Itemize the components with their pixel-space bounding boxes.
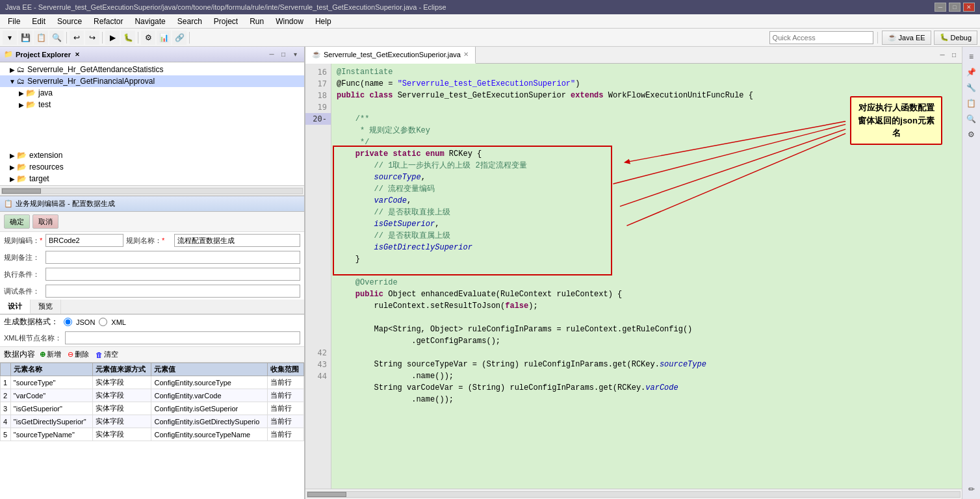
debug-cond-input[interactable] [45,285,300,298]
cell-name: "varCode" [10,389,93,402]
editor-scrollbar-track[interactable] [307,491,961,498]
delete-row-button[interactable]: ⊖ 删除 [66,349,91,360]
menu-run[interactable]: Run [244,16,269,27]
data-table: 元素名称 元素值来源方式 元素值 收集范围 1 "sourceType" 实体字… [0,363,304,441]
right-tool-3[interactable]: 🔧 [964,81,979,95]
tree-item-extension[interactable]: ▶ 📂 extension [0,149,304,161]
toolbar-separator-3 [138,32,138,44]
tree-item-java[interactable]: ▶ 📂 java [0,87,304,99]
table-row[interactable]: 2 "varCode" 实体字段 ConfigEntity.varCode 当前… [1,389,304,402]
line-17: 17 [305,78,331,90]
editor-tab-bar: ☕ Serverrule_test_GetExecutionSuperior.j… [305,47,962,64]
line-43: 43 [305,359,331,370]
menu-navigate[interactable]: Navigate [129,16,170,27]
toolbar-btn-8[interactable]: 📊 [157,31,171,45]
menu-refactor[interactable]: Refactor [88,16,128,27]
rule-comment-input[interactable] [45,251,300,264]
delete-label: 删除 [75,350,89,359]
right-tool-6[interactable]: ⚙ [964,127,979,142]
line-blank19 [305,335,331,347]
menu-search[interactable]: Search [172,16,207,27]
line-blank9 [305,218,331,230]
col-source-type: 元素值来源方式 [93,363,151,376]
editor-tab-java[interactable]: ☕ Serverrule_test_GetExecutionSuperior.j… [305,47,476,64]
toolbar-btn-9[interactable]: 🔗 [172,31,187,45]
cancel-button[interactable]: 取消 [32,214,58,229]
table-row[interactable]: 4 "isGetDirectlySuperior" 实体字段 ConfigEnt… [1,415,304,428]
xml-root-row: XML根节点名称： [0,329,304,346]
toolbar-btn-6[interactable]: ↪ [85,31,99,45]
confirm-button[interactable]: 确定 [4,214,30,229]
panel-close-btn[interactable]: ▾ [290,49,300,60]
right-tool-4[interactable]: 📋 [964,96,979,110]
main-layout: 📁 Project Explorer ✕ ─ □ ▾ ▶ 🗂 Serverrul… [0,47,980,499]
xml-root-input[interactable] [65,331,300,344]
menu-edit[interactable]: Edit [27,16,51,27]
table-row[interactable]: 5 "sourceTypeName" 实体字段 ConfigEntity.sou… [1,428,304,441]
tab-design[interactable]: 设计 [0,300,31,314]
menu-file[interactable]: File [3,16,25,27]
tree-item-resources[interactable]: ▶ 📂 resources [0,161,304,173]
editor-maximize-btn[interactable]: □ [949,50,959,60]
toolbar-btn-1[interactable]: ▾ [3,31,17,45]
minimize-button[interactable]: ─ [935,3,946,12]
toolbar-btn-4[interactable]: 🔍 [49,31,64,45]
editor-minimize-btn[interactable]: ─ [937,50,948,60]
panel-maximize-btn[interactable]: □ [278,49,289,60]
scrollbar-thumb[interactable] [2,188,41,194]
add-row-button[interactable]: ⊕ 新增 [38,349,63,360]
close-button[interactable]: ✕ [963,3,975,12]
project-explorer-scrollbar[interactable] [0,185,304,196]
right-tool-bottom[interactable]: ✏ [964,482,979,496]
exec-cond-input[interactable] [45,268,300,281]
quick-access-input[interactable] [769,31,873,44]
right-tool-1[interactable]: ≡ [964,49,979,64]
close-icon: ✕ [75,51,80,58]
menu-help[interactable]: Help [310,16,337,27]
cell-value: ConfigEntity.sourceType [151,376,268,389]
table-row[interactable]: 3 "isGetSuperior" 实体字段 ConfigEntity.isGe… [1,402,304,415]
tree-item-test[interactable]: ▶ 📂 test [0,99,304,110]
code-editor[interactable]: 16 17 18 19 20- [305,64,962,489]
json-radio[interactable] [64,318,72,326]
annotation-line1: 对应执行人函数配置 [858,103,935,112]
panel-minimize-btn[interactable]: ─ [266,49,277,60]
toolbar-btn-run[interactable]: ▶ [105,31,120,45]
save-button[interactable]: 💾 [18,31,32,45]
right-tool-5[interactable]: 🔍 [964,112,979,126]
clear-button[interactable]: 🗑 清空 [94,349,120,360]
rule-code-input[interactable] [45,234,123,247]
cell-name: "sourceTypeName" [10,428,93,441]
line-42: 42 [305,347,331,359]
cell-range: 当前行 [268,376,304,389]
line-blank18 [305,324,331,335]
right-tool-2[interactable]: 📌 [964,65,979,79]
menu-project[interactable]: Project [209,16,243,27]
tree-item-target[interactable]: ▶ 📂 target [0,173,304,185]
menu-source[interactable]: Source [52,16,87,27]
project-explorer-panel: 📁 Project Explorer ✕ ─ □ ▾ ▶ 🗂 Serverrul… [0,47,304,196]
table-row[interactable]: 1 "sourceType" 实体字段 ConfigEntity.sourceT… [1,376,304,389]
line-19: 19 [305,101,331,113]
editor-scrollbar-thumb[interactable] [307,492,346,497]
menu-window[interactable]: Window [270,16,309,27]
debug-perspective-button[interactable]: 🐛 Debug [934,31,977,45]
toolbar-btn-5[interactable]: ↩ [70,31,84,45]
tab-preview[interactable]: 预览 [31,300,61,314]
tree-item-financial[interactable]: ▼ 🗂 Serverrule_Hr_GetFinancialApproval [0,75,304,87]
java-ee-perspective-button[interactable]: ☕ Java EE [882,31,931,45]
toolbar-btn-debug[interactable]: 🐛 [121,31,135,45]
project-icon-2: 🗂 [17,77,25,86]
project-explorer-icon: 📁 [4,50,13,58]
folder-icon-test: 📂 [26,100,36,109]
toolbar-btn-7[interactable]: ⚙ [141,31,155,45]
scrollbar-track[interactable] [1,188,303,194]
maximize-button[interactable]: □ [949,3,961,12]
tree-item-attendance[interactable]: ▶ 🗂 Serverrule_Hr_GetAttendanceStatistic… [0,64,304,75]
close-icon[interactable]: ✕ [463,51,469,58]
toolbar-btn-3[interactable]: 📋 [34,31,48,45]
rule-name-input[interactable] [174,234,300,247]
xml-radio[interactable] [99,318,107,326]
editor-bottom-bar[interactable] [305,489,962,499]
cell-no: 5 [1,428,11,441]
